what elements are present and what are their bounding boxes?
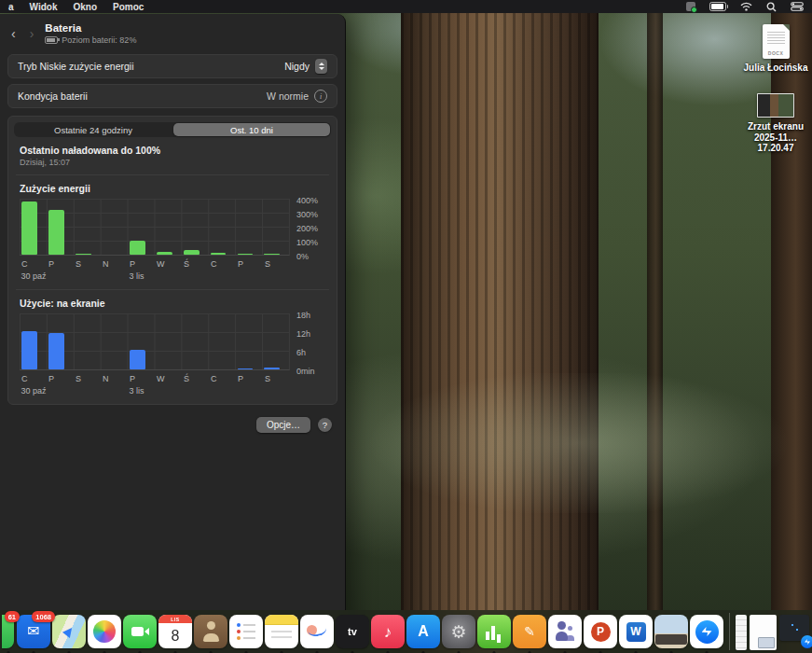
info-icon[interactable]: i [314,90,327,103]
dock-facetime[interactable] [123,615,157,648]
chart-bar [48,210,64,255]
dock-maps[interactable] [52,615,86,648]
dock-mail[interactable]: ✉1068 [17,615,50,648]
energy-chart-plot [20,199,290,256]
music-glyph: ♪ [384,624,392,640]
day-label: N [101,374,128,383]
word-glyph: W [626,622,646,642]
dock-reminders[interactable] [229,615,263,648]
dock-app-store[interactable]: A [406,615,440,648]
notes-icon [265,615,298,648]
notification-badge: 1068 [32,611,55,622]
dock-messenger[interactable] [690,615,723,648]
battery-icon[interactable] [709,2,726,11]
menu-pomoc[interactable]: Pomoc [113,2,144,12]
control-center-icon[interactable] [791,2,804,11]
chart-bar [184,250,200,255]
low-power-mode-row: Tryb Niskie zużycie energii Nigdy [7,54,337,78]
day-label: S [263,259,290,269]
chart-bar-slot [262,199,289,255]
dock-minimized-messenger-window[interactable] [779,615,810,648]
chart-bar-slot [128,313,155,369]
ms-teams-icon [548,615,582,648]
dock-powerpoint[interactable]: P [584,615,617,648]
chart-bar-slot [74,313,101,369]
forward-chevron-icon[interactable]: › [30,27,34,40]
help-button[interactable]: ? [318,418,332,432]
dock-partial-app[interactable]: 61 [2,615,15,648]
energy-chart-date-labels: 30 paź3 lis [20,271,290,282]
battery-usage-card: Ostatnie 24 godziny Ost. 10 dni Ostatnio… [7,116,337,405]
screen-chart-plot [20,313,290,370]
chart-bar-slot [235,199,262,255]
day-label: S [263,374,290,383]
menu-okno[interactable]: Okno [73,2,97,12]
dock-pages[interactable]: ✎ [513,615,546,648]
segment-last-10-days[interactable]: Ost. 10 dni [173,123,330,136]
segment-last-24h[interactable]: Ostatnie 24 godziny [15,123,172,136]
chart-bar-slot [47,199,74,255]
app-store-glyph: A [418,624,429,639]
desktop-icon-screenshot[interactable]: Zrzut ekranu 2025-11…17.20.47 [737,93,812,154]
low-power-mode-popup[interactable]: Nigdy [284,59,327,74]
reminders-icon [229,615,263,648]
spotlight-search-icon[interactable] [766,2,777,12]
dock-system-settings[interactable]: ⚙ [442,615,475,648]
day-label: W [155,259,182,269]
day-label: C [20,259,47,269]
day-label: C [20,374,47,383]
dock-ms-teams[interactable] [548,615,582,648]
dock-calendar[interactable]: LIS8 [158,615,192,648]
day-label: N [101,259,128,269]
software-update-icon[interactable] [686,2,695,11]
chart-bar-slot [155,313,182,369]
dock-notes[interactable] [265,615,298,648]
day-label: S [74,374,101,383]
dock-contacts[interactable] [194,615,227,648]
date-label: 30 paź [21,386,46,396]
day-label: P [236,374,263,383]
dock-word[interactable]: W [619,615,653,648]
screen-chart-day-labels: CPSNPWŚCPS [20,374,290,383]
back-chevron-icon[interactable]: ‹ [11,27,16,40]
last-charged-time: Dzisiaj, 15:07 [20,158,325,167]
file-type-label: DOCX [763,50,790,56]
screen-chart-yaxis: 18h12h6h0min [290,313,331,369]
y-axis-tick: 0% [296,252,309,261]
battery-health-label: Kondycja baterii [18,90,88,102]
chart-bar-slot [155,199,182,255]
menu-widok[interactable]: Widok [30,2,58,12]
dock-minimized-document-window[interactable] [750,615,778,648]
battery-health-value: W normie [267,90,309,102]
system-settings-glyph: ⚙ [450,623,466,641]
dock-dock-divider [725,615,734,648]
minimized-document-window-icon [750,615,777,650]
desktop-icon-docx[interactable]: DOCX Julia Łocińska [737,24,812,74]
dock-photo-app[interactable] [654,615,688,648]
dock-numbers[interactable] [477,615,511,648]
messenger-icon [690,615,723,648]
day-label: W [155,374,182,383]
wifi-icon[interactable] [740,2,752,11]
chart-bar-slot [101,199,128,255]
day-label: P [236,259,263,269]
menu-a[interactable]: a [8,2,14,12]
numbers-icon [477,615,511,648]
powerpoint-glyph: P [591,622,611,642]
app-store-icon: A [406,615,440,648]
desktop-icon-label: Zrzut ekranu 2025-11…17.20.47 [737,121,812,154]
options-button[interactable]: Opcje… [256,417,310,433]
dock-photos[interactable] [88,615,121,648]
chart-title: Użycie: na ekranie [14,298,331,309]
low-power-mode-label: Tryb Niskie zużycie energii [18,61,133,72]
dock-music[interactable]: ♪ [371,615,405,648]
dock-freeform[interactable] [300,615,334,648]
chart-bar [238,254,254,256]
battery-small-icon [45,36,58,44]
screenshot-thumbnail [757,93,794,118]
dock-apple-tv[interactable]: tv [336,615,369,648]
y-axis-tick: 100% [296,238,318,247]
dock-minimized-window-strip[interactable] [736,615,748,648]
battery-health-row: Kondycja baterii W normie i [7,84,337,108]
screen-usage-chart: Użycie: na ekranie CPSNPWŚCPS 30 paź3 li… [14,298,331,396]
